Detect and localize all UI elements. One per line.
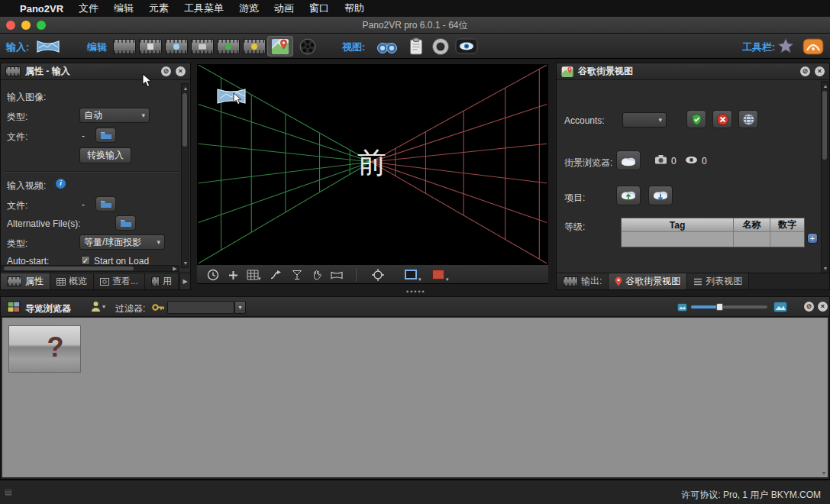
donut-icon bbox=[431, 37, 450, 56]
video-panel-button[interactable] bbox=[295, 36, 321, 57]
tour-browser-content[interactable]: ? ▼ bbox=[2, 318, 828, 477]
thumbnail-zoom-slider[interactable] bbox=[691, 305, 767, 309]
garden-gnome-button[interactable] bbox=[800, 36, 826, 57]
tab-list-view[interactable]: 列表视图 bbox=[687, 273, 749, 289]
project-notes-button[interactable] bbox=[403, 36, 429, 57]
preview-button[interactable] bbox=[374, 36, 400, 57]
account-web-button[interactable] bbox=[738, 110, 758, 128]
sound-panel-button[interactable] bbox=[241, 36, 267, 57]
scroll-down-icon[interactable]: ▼ bbox=[820, 470, 828, 476]
input-file-value: - bbox=[82, 131, 85, 141]
accounts-select[interactable]: ▾ bbox=[622, 112, 667, 128]
viewer-tab-icon bbox=[100, 278, 109, 286]
browse-input-file-button[interactable] bbox=[95, 128, 116, 143]
filter-person-button[interactable]: ▾ bbox=[91, 301, 105, 312]
tab-properties[interactable]: 属性 bbox=[1, 273, 50, 289]
menu-item-animation[interactable]: 动画 bbox=[274, 2, 294, 15]
tour-scrollbar-vertical[interactable]: ▼ bbox=[820, 318, 828, 477]
zoom-in-image-icon[interactable] bbox=[773, 302, 787, 312]
add-level-button[interactable]: + bbox=[807, 233, 818, 244]
app-menu-title[interactable]: Pano2VR bbox=[20, 3, 63, 15]
browse-alternative-files-button[interactable] bbox=[115, 215, 136, 231]
close-panel-button[interactable]: × bbox=[818, 302, 828, 312]
filter-input[interactable] bbox=[167, 301, 234, 314]
undock-panel-button[interactable]: ⊘ bbox=[161, 66, 171, 76]
close-panel-button[interactable]: × bbox=[176, 66, 186, 76]
scroll-right-icon[interactable]: ▶ bbox=[171, 266, 179, 272]
mask-swatch-chevron-icon[interactable]: ▾ bbox=[446, 276, 449, 283]
view-swatch-chevron-icon[interactable]: ▾ bbox=[418, 276, 421, 283]
properties-panel-header: 属性 - 输入 ⊘ × bbox=[1, 63, 190, 80]
filter-dropdown-button[interactable]: ▾ bbox=[234, 301, 246, 314]
menu-item-help[interactable]: 帮助 bbox=[344, 2, 364, 15]
tab-output[interactable]: 输出: bbox=[557, 273, 609, 289]
transitions-panel-button[interactable] bbox=[163, 36, 189, 57]
zoom-out-image-icon[interactable] bbox=[677, 303, 687, 312]
mask-color-swatch-button[interactable] bbox=[432, 270, 444, 279]
tour-map-button[interactable] bbox=[428, 36, 454, 57]
menu-item-edit[interactable]: 编辑 bbox=[114, 2, 134, 15]
default-view-crosshair-button[interactable] bbox=[370, 268, 386, 282]
patches-panel-button[interactable] bbox=[137, 36, 163, 57]
grid-options-chevron-icon[interactable]: ▾ bbox=[258, 276, 261, 282]
output-preview-button[interactable] bbox=[454, 36, 480, 57]
streetview-scrollbar-vertical[interactable]: ▲ ▼ bbox=[821, 81, 828, 273]
video-type-select[interactable]: 等量/球面投影 ▾ bbox=[79, 234, 165, 250]
globe-icon bbox=[742, 113, 755, 126]
modifier-martini-button[interactable] bbox=[289, 268, 305, 282]
account-verify-button[interactable] bbox=[686, 110, 706, 128]
google-streetview-panel-button[interactable] bbox=[267, 36, 293, 57]
menu-item-tools-menu[interactable]: 工具菜单 bbox=[184, 2, 224, 15]
menu-item-tour[interactable]: 游览 bbox=[239, 2, 259, 15]
view-color-swatch-button[interactable] bbox=[405, 270, 417, 279]
tab-google-streetview[interactable]: 谷歌街景视图 bbox=[609, 273, 687, 289]
transition-arrow-button[interactable] bbox=[267, 268, 284, 282]
panorama-viewport[interactable]: 前 bbox=[197, 64, 548, 264]
account-remove-button[interactable] bbox=[712, 110, 732, 128]
browse-video-file-button[interactable] bbox=[95, 196, 116, 212]
undock-panel-button[interactable]: ⊘ bbox=[800, 66, 810, 76]
autostart-checkbox[interactable]: ✓ bbox=[81, 256, 90, 265]
menu-item-elements[interactable]: 元素 bbox=[149, 2, 169, 15]
components-toolbar-button[interactable] bbox=[773, 36, 799, 57]
convert-input-button[interactable]: 转换输入 bbox=[79, 147, 131, 163]
panorama-thumbnail-item[interactable]: ? bbox=[8, 325, 81, 373]
tab-label: 属性 bbox=[25, 275, 44, 288]
input-type-select[interactable]: 自动 ▾ bbox=[79, 108, 150, 123]
splitter-handle[interactable]: ••••• bbox=[406, 288, 426, 296]
scroll-up-icon[interactable]: ▲ bbox=[182, 86, 189, 91]
tab-scroll-right-button[interactable]: ▶ bbox=[179, 273, 190, 289]
tab-userdata[interactable]: 用 bbox=[145, 273, 179, 289]
mouse-cursor bbox=[142, 73, 152, 88]
properties-scrollbar-vertical[interactable]: ▲ ▼ bbox=[181, 83, 189, 268]
project-upload-button[interactable] bbox=[616, 186, 641, 205]
userdata-panel-button[interactable] bbox=[189, 36, 215, 57]
undock-panel-button[interactable]: ⊘ bbox=[804, 302, 814, 312]
add-node-button[interactable] bbox=[224, 268, 241, 282]
scroll-down-icon[interactable]: ▼ bbox=[182, 260, 189, 266]
tab-overview[interactable]: 概览 bbox=[50, 273, 94, 289]
tab-viewer[interactable]: 查看... bbox=[94, 273, 145, 289]
close-panel-button[interactable]: × bbox=[815, 66, 825, 76]
animation-time-button[interactable] bbox=[205, 268, 221, 282]
film-reel-icon bbox=[299, 37, 317, 56]
panorama-thumbnail[interactable] bbox=[216, 86, 250, 109]
scroll-down-icon[interactable]: ▼ bbox=[822, 266, 829, 271]
alternative-files-label: Alternative File(s): bbox=[7, 218, 81, 229]
properties-panel-button[interactable] bbox=[111, 36, 137, 57]
panorama-mode-button[interactable] bbox=[328, 268, 345, 282]
properties-scrollbar-horizontal[interactable]: ▶ bbox=[2, 265, 179, 272]
video-type-value: 等量/球面投影 bbox=[84, 236, 141, 249]
streetview-browser-button[interactable] bbox=[616, 150, 641, 170]
hotspots-panel-button[interactable] bbox=[215, 36, 241, 57]
menu-item-file[interactable]: 文件 bbox=[79, 2, 99, 15]
pan-hand-button[interactable] bbox=[308, 268, 325, 282]
project-download-button[interactable] bbox=[648, 186, 673, 205]
scroll-up-icon[interactable]: ▲ bbox=[822, 83, 829, 89]
menu-item-window[interactable]: 窗口 bbox=[309, 2, 329, 15]
patches-icon bbox=[139, 39, 162, 54]
slider-handle[interactable] bbox=[716, 303, 723, 311]
input-panorama-button[interactable] bbox=[35, 36, 61, 57]
info-icon[interactable]: i bbox=[56, 179, 66, 189]
levels-table-row[interactable] bbox=[622, 231, 804, 247]
